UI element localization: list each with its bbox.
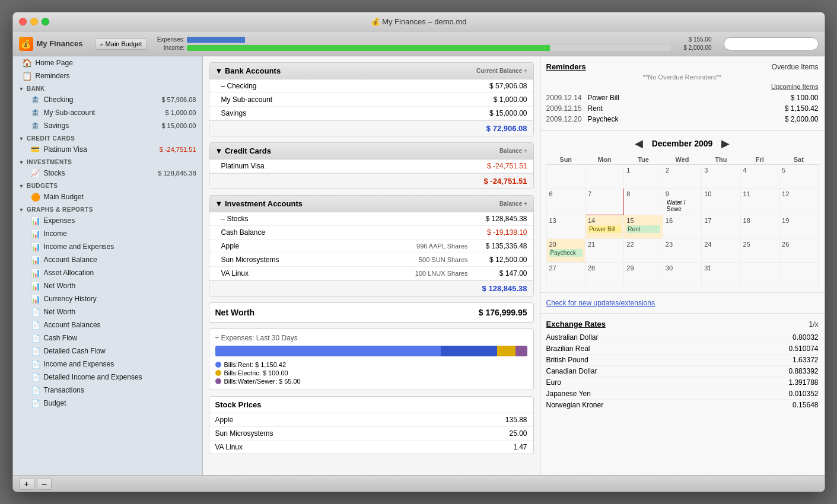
calendar-header: ◀ December 2009 ▶ — [546, 137, 819, 150]
sidebar-section-bank[interactable]: ▼ BANK — [13, 82, 202, 93]
cal-cell[interactable]: 9Water / Sewe — [663, 189, 701, 215]
sidebar-item-budget-report[interactable]: 📄 Budget — [13, 397, 202, 410]
cal-cell[interactable]: 22 — [624, 239, 663, 263]
sidebar-item-savings[interactable]: 🏦 Savings $ 15,000.00 — [13, 119, 202, 132]
cal-cell[interactable]: 28 — [585, 263, 623, 286]
table-row[interactable]: Apple 996 AAPL Shares $ 135,336.48 — [209, 240, 533, 253]
sidebar-item-subaccount[interactable]: 🏦 My Sub-account $ 1,000.00 — [13, 106, 202, 119]
check-updates-link[interactable]: Check for new updates/extensions — [546, 299, 655, 307]
cal-cell[interactable]: 18 — [740, 215, 779, 239]
cal-cell[interactable]: 10 — [702, 189, 740, 215]
cal-cell[interactable]: 25 — [740, 239, 779, 263]
sidebar-item-account-balances[interactable]: 📄 Account Balances — [13, 318, 202, 331]
table-row[interactable]: – Checking $ 57,906.08 — [209, 79, 533, 93]
sidebar-label-detailed-inc-exp: Detailed Income and Expenses — [44, 373, 142, 381]
list-item[interactable]: VA Linux 1.47 — [209, 441, 533, 454]
sidebar-item-net-worth-report[interactable]: 📄 Net Worth — [13, 305, 202, 318]
budget-button[interactable]: ÷ Main Budget — [95, 38, 148, 50]
cal-cell[interactable]: 27 — [546, 263, 585, 286]
sidebar-item-cash-flow[interactable]: 📄 Cash Flow — [13, 331, 202, 344]
cal-cell[interactable]: 14Power Bill — [585, 215, 623, 239]
sidebar-item-currency-history[interactable]: 📊 Currency History — [13, 292, 202, 305]
cal-header-tue: Tue — [624, 155, 663, 165]
cal-cell[interactable]: 3 — [702, 165, 740, 189]
sidebar-item-reminders[interactable]: 📋 Reminders — [13, 69, 202, 82]
sidebar-item-transactions[interactable]: 📄 Transactions — [13, 384, 202, 397]
triangle-graphs-icon: ▼ — [19, 207, 24, 213]
cal-cell[interactable]: 20Paycheck — [546, 239, 585, 263]
exchange-toggle[interactable]: 1/x — [809, 320, 818, 328]
table-row[interactable]: Platinum Visa $ -24,751.51 — [209, 160, 533, 173]
sidebar-item-asset-allocation[interactable]: 📊 Asset Allocation — [13, 266, 202, 279]
close-button[interactable] — [19, 18, 27, 25]
sidebar-item-checking[interactable]: 🏦 Checking $ 57,906.08 — [13, 93, 202, 106]
cal-cell[interactable]: 29 — [624, 263, 663, 286]
sidebar-item-income-expenses[interactable]: 📊 Income and Expenses — [13, 240, 202, 253]
table-row[interactable]: Cash Balance $ -19,138.10 — [209, 226, 533, 240]
cal-cell[interactable]: 17 — [702, 215, 740, 239]
sidebar-section-graphs[interactable]: ▼ GRAPHS & REPORTS — [13, 203, 202, 214]
cal-cell[interactable]: 7 — [585, 189, 623, 215]
cal-cell[interactable]: 31 — [702, 263, 740, 286]
sidebar-item-stocks[interactable]: 📈 Stocks $ 128,845.38 — [13, 167, 202, 180]
sidebar-item-detailed-cash-flow[interactable]: 📄 Detailed Cash Flow — [13, 344, 202, 358]
cal-cell[interactable]: 12 — [779, 189, 818, 215]
section-graphs-label: GRAPHS & REPORTS — [27, 206, 93, 213]
sidebar-item-expenses[interactable]: 📊 Expenses — [13, 214, 202, 227]
table-row[interactable]: Savings $ 15,000.00 — [209, 107, 533, 120]
list-item[interactable]: Sun Microsystems 25.00 — [209, 427, 533, 441]
sidebar-section-credit[interactable]: ▼ CREDIT CARDS — [13, 132, 202, 143]
cal-cell[interactable]: 11 — [740, 189, 779, 215]
table-row[interactable]: VA Linux 100 LNUX Shares $ 147.00 — [209, 267, 533, 280]
cal-cell[interactable]: 8 — [624, 189, 663, 215]
sidebar-item-inc-exp-report[interactable]: 📄 Income and Expenses — [13, 358, 202, 371]
sidebar-item-detailed-inc-exp[interactable]: 📄 Detailed Income and Expenses — [13, 371, 202, 384]
cal-cell[interactable]: 13 — [546, 215, 585, 239]
cal-cell[interactable]: 5 — [779, 165, 818, 189]
cal-cell[interactable]: 24 — [702, 239, 740, 263]
search-input[interactable] — [724, 37, 819, 50]
sidebar-item-homepage[interactable]: 🏠 Home Page — [13, 56, 202, 69]
remove-button[interactable]: – — [37, 478, 52, 490]
calendar-next-button[interactable]: ▶ — [718, 137, 733, 150]
sun-balance: $ 12,500.00 — [474, 256, 527, 264]
bank-icon-2: 🏦 — [31, 108, 40, 117]
net-worth-row: Net Worth $ 176,999.95 — [209, 302, 534, 323]
cal-cell[interactable]: 19 — [779, 215, 818, 239]
cal-cell[interactable]: 23 — [663, 239, 701, 263]
sidebar-section-investments[interactable]: ▼ INVESTMENTS — [13, 156, 202, 167]
cal-cell[interactable]: 30 — [663, 263, 701, 286]
sidebar-item-mainbudget[interactable]: 🟠 Main Budget — [13, 190, 202, 203]
cal-cell[interactable]: 15Rent — [624, 215, 663, 239]
sidebar-section-budgets[interactable]: ▼ BUDGETS — [13, 180, 202, 190]
cal-cell[interactable] — [779, 263, 818, 286]
no-overdue-text: **No Overdue Reminders** — [546, 74, 819, 81]
overdue-items-link[interactable]: Overdue Items — [772, 63, 819, 71]
table-row[interactable]: Sun Microsystems 500 SUN Shares $ 12,500… — [209, 253, 533, 267]
table-row[interactable]: – Stocks $ 128,845.38 — [209, 212, 533, 226]
minimize-button[interactable] — [30, 18, 38, 25]
sidebar-item-account-balance[interactable]: 📊 Account Balance — [13, 253, 202, 266]
cal-cell[interactable] — [546, 165, 585, 189]
add-button[interactable]: + — [19, 478, 34, 490]
cal-cell[interactable] — [740, 263, 779, 286]
cal-cell[interactable]: 16 — [663, 215, 701, 239]
sidebar-item-visa[interactable]: 💳 Platinum Visa $ -24,751.51 — [13, 143, 202, 156]
sidebar-item-net-worth-chart[interactable]: 📊 Net Worth — [13, 279, 202, 292]
currency-nok: Norwegian Kroner — [546, 401, 793, 409]
cal-cell[interactable]: 2 — [663, 165, 701, 189]
cal-cell[interactable]: 1 — [624, 165, 663, 189]
credit-cards-header: ▼ Credit Cards Balance ÷ — [209, 143, 533, 160]
cal-cell[interactable]: 4 — [740, 165, 779, 189]
sidebar-item-income[interactable]: 📊 Income — [13, 227, 202, 240]
list-item[interactable]: Apple 135.88 — [209, 413, 533, 427]
cal-cell[interactable]: 6 — [546, 189, 585, 215]
cal-cell[interactable]: 26 — [779, 239, 818, 263]
maximize-button[interactable] — [42, 18, 49, 25]
cal-cell[interactable] — [585, 165, 623, 189]
upcoming-title[interactable]: Upcoming Items — [546, 83, 819, 90]
table-row[interactable]: My Sub-account $ 1,000.00 — [209, 93, 533, 107]
reminder-name-3: Paycheck — [588, 115, 777, 123]
cal-cell[interactable]: 21 — [585, 239, 623, 263]
calendar-prev-button[interactable]: ◀ — [632, 137, 646, 150]
